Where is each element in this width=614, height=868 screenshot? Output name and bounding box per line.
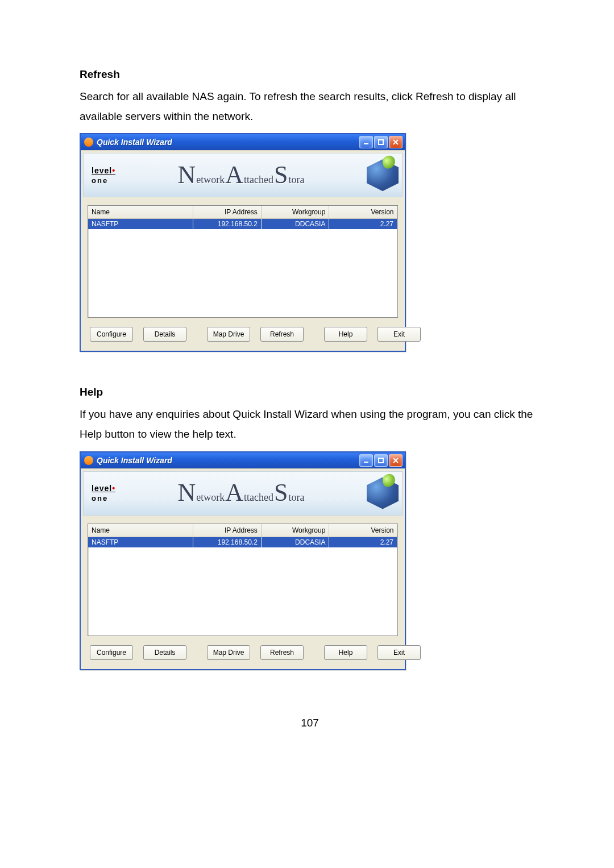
table-header-row[interactable]: Name IP Address Workgroup Version [88, 206, 397, 219]
logo-text-bottom: one [92, 177, 115, 184]
col-version[interactable]: Version [329, 524, 397, 537]
logo-dot-icon: • [112, 166, 115, 175]
svg-rect-2 [364, 462, 368, 463]
wordmark-letter: S [274, 483, 288, 502]
col-name[interactable]: Name [88, 524, 193, 537]
refresh-button[interactable]: Refresh [260, 327, 304, 342]
wordmark-letter: A [225, 483, 243, 502]
server-list[interactable]: Name IP Address Workgroup Version NASFTP… [88, 524, 398, 636]
globe-icon [367, 159, 399, 191]
maximize-icon[interactable] [374, 454, 388, 467]
titlebar[interactable]: Quick Install Wizard [81, 134, 405, 150]
cell-workgroup: DDCASIA [261, 219, 329, 230]
col-ip[interactable]: IP Address [193, 524, 262, 537]
globe-icon [367, 477, 399, 509]
help-button[interactable]: Help [324, 645, 367, 660]
col-ip[interactable]: IP Address [193, 206, 262, 219]
page-number: 107 [80, 704, 540, 729]
quick-install-wizard-window: Quick Install Wizard level• one Network … [80, 133, 406, 352]
close-icon[interactable] [389, 454, 403, 467]
map-drive-button[interactable]: Map Drive [207, 645, 250, 660]
cell-name: NASFTP [88, 219, 193, 230]
document-page: Refresh Search for all available NAS aga… [0, 0, 614, 752]
logo-text-top: level [92, 166, 112, 175]
exit-button[interactable]: Exit [377, 645, 421, 660]
server-list[interactable]: Name IP Address Workgroup Version NASFTP… [88, 205, 398, 318]
cell-version: 2.27 [329, 219, 397, 230]
cell-workgroup: DDCASIA [261, 537, 329, 547]
col-workgroup[interactable]: Workgroup [261, 524, 329, 537]
wordmark-text: tora [289, 174, 305, 186]
window-controls [359, 136, 403, 148]
wordmark-letter: N [178, 483, 196, 502]
table-header-row[interactable]: Name IP Address Workgroup Version [88, 524, 397, 537]
window-title: Quick Install Wizard [97, 138, 359, 147]
section-body-help: If you have any enquiries about Quick In… [80, 404, 540, 444]
window-title: Quick Install Wizard [97, 456, 359, 465]
product-wordmark: Network Attached Stora [178, 165, 305, 186]
levelone-logo: level• one [92, 167, 115, 184]
details-button[interactable]: Details [143, 645, 186, 660]
button-row: Configure Details Map Drive Refresh Help… [82, 321, 404, 350]
window-client: level• one Network Attached Stora Name [81, 468, 405, 669]
help-button[interactable]: Help [324, 327, 367, 342]
wordmark-text: ttached [244, 492, 273, 504]
logo-dot-icon: • [112, 484, 115, 493]
refresh-button[interactable]: Refresh [260, 645, 304, 660]
minimize-icon[interactable] [359, 136, 373, 148]
svg-rect-3 [379, 458, 383, 463]
table-row[interactable]: NASFTP 192.168.50.2 DDCASIA 2.27 [88, 537, 397, 547]
app-icon [84, 138, 93, 147]
configure-button[interactable]: Configure [90, 327, 133, 342]
exit-button[interactable]: Exit [377, 327, 421, 342]
cell-ip: 192.168.50.2 [193, 537, 262, 547]
logo-text-bottom: one [92, 495, 115, 502]
levelone-logo: level• one [92, 484, 115, 502]
wordmark-letter: N [178, 165, 196, 185]
wordmark-text: tora [289, 492, 305, 504]
wordmark-letter: S [274, 165, 288, 185]
cell-name: NASFTP [88, 537, 193, 547]
svg-rect-1 [379, 140, 383, 144]
section-body-refresh: Search for all available NAS again. To r… [80, 86, 540, 126]
window-client: level• one Network Attached Stora Name [81, 150, 405, 351]
table-row[interactable]: NASFTP 192.168.50.2 DDCASIA 2.27 [88, 219, 397, 230]
wordmark-text: etwork [196, 174, 225, 186]
quick-install-wizard-window: Quick Install Wizard level• one Network … [80, 451, 406, 670]
map-drive-button[interactable]: Map Drive [207, 327, 250, 342]
button-row: Configure Details Map Drive Refresh Help… [82, 639, 404, 668]
cell-ip: 192.168.50.2 [193, 219, 262, 230]
svg-rect-0 [364, 143, 368, 144]
banner: level• one Network Attached Stora [83, 153, 403, 197]
logo-text-top: level [92, 484, 112, 493]
wordmark-text: ttached [244, 174, 273, 186]
section-title-refresh: Refresh [80, 68, 540, 81]
col-version[interactable]: Version [329, 206, 397, 219]
col-name[interactable]: Name [88, 206, 193, 219]
banner: level• one Network Attached Stora [83, 471, 403, 516]
close-icon[interactable] [389, 136, 403, 148]
app-icon [84, 456, 93, 465]
product-wordmark: Network Attached Stora [178, 483, 305, 504]
wordmark-text: etwork [196, 492, 225, 504]
window-controls [359, 454, 403, 467]
titlebar[interactable]: Quick Install Wizard [81, 452, 405, 468]
details-button[interactable]: Details [143, 327, 186, 342]
wordmark-letter: A [225, 165, 243, 185]
maximize-icon[interactable] [374, 136, 388, 148]
col-workgroup[interactable]: Workgroup [261, 206, 329, 219]
cell-version: 2.27 [329, 537, 397, 547]
configure-button[interactable]: Configure [90, 645, 133, 660]
section-title-help: Help [80, 386, 540, 398]
minimize-icon[interactable] [359, 454, 373, 467]
